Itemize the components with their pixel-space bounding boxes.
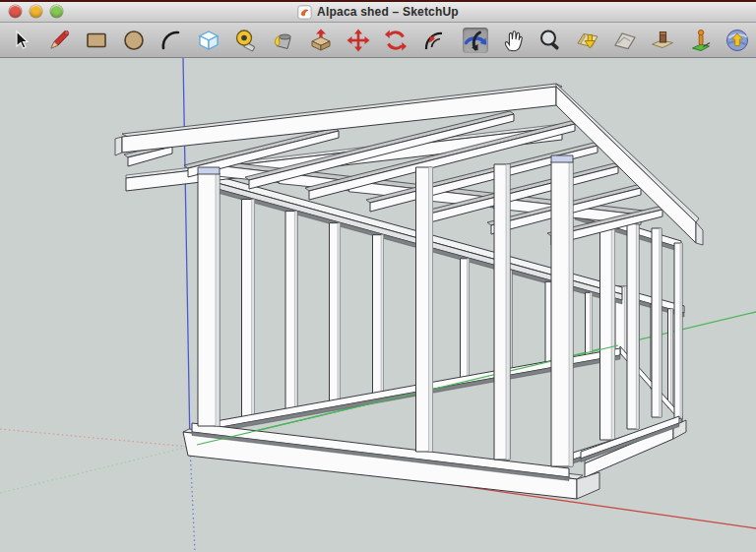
tool-arc-icon[interactable] — [158, 28, 184, 53]
traffic-lights — [9, 5, 63, 18]
tool-rotate-icon[interactable] — [383, 28, 409, 53]
tool-offset-icon[interactable] — [420, 28, 446, 53]
tool-tape-measure-icon[interactable] — [233, 28, 259, 53]
tool-pan-icon[interactable] — [500, 28, 526, 53]
minimize-button[interactable] — [30, 5, 42, 18]
tool-zoom-icon[interactable] — [537, 28, 563, 53]
tool-line-icon[interactable] — [46, 28, 72, 53]
tool-select-icon[interactable] — [9, 28, 34, 53]
tool-make-component-icon[interactable] — [196, 28, 221, 53]
tool-orbit-icon[interactable] — [463, 28, 488, 53]
window-title: Alpaca shed – SketchUp — [317, 5, 459, 19]
tool-push-pull-icon[interactable] — [308, 28, 334, 53]
zoom-button[interactable] — [50, 5, 63, 18]
tool-circle-icon[interactable] — [121, 28, 147, 53]
tool-move-icon[interactable] — [346, 28, 371, 53]
tool-position-camera-icon[interactable] — [687, 28, 713, 53]
sketchup-window: Alpaca shed – SketchUp — [0, 0, 756, 552]
tool-add-location-icon[interactable] — [575, 28, 600, 53]
sketchup-document-icon — [297, 5, 312, 20]
viewport-canvas[interactable] — [0, 58, 756, 552]
tool-rectangle-icon[interactable] — [84, 28, 109, 53]
tool-paint-bucket-icon[interactable] — [271, 28, 296, 53]
close-button[interactable] — [9, 5, 22, 18]
tool-toggle-terrain-icon[interactable] — [612, 28, 638, 53]
tool-photo-textures-icon[interactable] — [650, 28, 675, 53]
tool-preview-google-earth-icon[interactable] — [724, 28, 750, 53]
title-area: Alpaca shed – SketchUp — [297, 5, 459, 20]
viewport[interactable] — [0, 58, 756, 552]
toolbar — [0, 23, 756, 58]
titlebar[interactable]: Alpaca shed – SketchUp — [0, 2, 756, 23]
